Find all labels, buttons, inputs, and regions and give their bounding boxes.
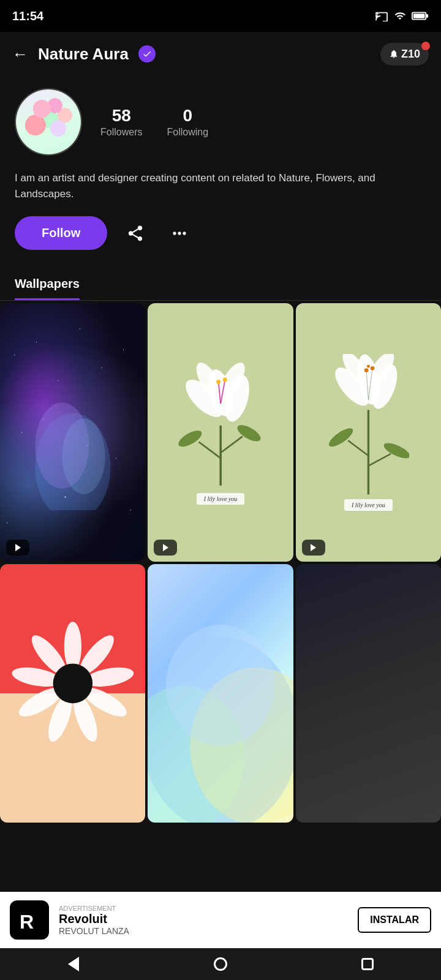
abstract-wallpaper [148,564,293,823]
tab-wallpapers[interactable]: Wallpapers [15,277,80,300]
lily-flower-1 [177,360,264,491]
ad-info: ADVERTISEMENT Revoluit REVOLUT LANZA [59,905,348,936]
svg-line-21 [348,440,368,456]
revoluit-logo-icon: R [16,907,43,933]
cast-icon [375,10,388,21]
nav-recents-button[interactable] [355,952,380,976]
status-bar: 11:54 [0,0,441,32]
lily-caption-2: I lily love you [344,499,393,511]
notification-count: Z10 [401,48,420,61]
action-row: Follow [15,216,426,250]
dark-wallpaper [296,564,441,823]
daisy-wallpaper [0,564,145,823]
play-icon-2 [163,544,168,551]
wifi-icon [393,10,407,21]
verified-badge [138,45,156,62]
svg-rect-2 [413,13,425,18]
follow-button[interactable]: Follow [15,216,107,250]
nav-home-icon [214,957,227,971]
svg-point-33 [371,366,375,371]
grid-item-abstract[interactable] [148,564,293,823]
lily-content-1: I lily love you [162,360,279,505]
z-icon [389,48,399,59]
svg-line-8 [221,436,243,453]
nebula-shape [15,381,131,510]
grid-item-dark[interactable] [296,564,441,823]
notification-dot [421,42,430,50]
daisy-flower [11,622,135,745]
svg-line-7 [198,442,221,458]
followers-count: 58 [112,106,131,126]
grid-item-lily2[interactable]: I lily love you [296,303,441,562]
status-icons [375,10,429,21]
ad-name: Revoluit [59,912,348,926]
share-button[interactable] [119,217,151,249]
svg-line-22 [368,454,391,466]
notification-badge[interactable]: Z10 [380,43,429,66]
svg-text:R: R [20,911,34,933]
svg-point-24 [382,440,409,462]
page-title: Nature Aura [38,45,129,64]
following-label: Following [167,127,208,138]
nav-back-icon [68,957,79,971]
youtube-badge-1 [6,540,29,556]
svg-point-5 [62,418,105,494]
avatar-image [16,89,81,154]
ad-banner: R ADVERTISEMENT Revoluit REVOLUT LANZA I… [0,892,441,948]
nav-recents-icon [361,958,374,970]
lily-flower-2 [328,354,409,497]
ad-label: ADVERTISEMENT [59,905,348,912]
wallpapers-grid: I lily love you [0,301,441,825]
stats-container: 58 Followers 0 Following [100,106,208,138]
abstract-shapes [148,564,293,823]
status-time: 11:54 [12,9,43,23]
grid-item-lily1[interactable]: I lily love you [148,303,293,562]
nav-bar [0,948,441,980]
youtube-badge-2 [154,540,177,556]
followers-label: Followers [100,127,142,138]
header-left: ← Nature Aura [12,45,156,64]
tabs-section: Wallpapers [0,277,441,301]
battery-icon [412,11,429,21]
svg-point-34 [367,365,370,368]
profile-info-row: 58 Followers 0 Following [15,88,426,156]
profile-section: 58 Followers 0 Following I am an artist … [0,76,441,277]
svg-point-44 [53,663,92,703]
more-options-icon [170,224,189,243]
svg-point-35 [64,622,81,671]
ad-sub: REVOLUT LANZA [59,926,348,936]
lily-caption-1: I lily love you [197,493,245,505]
ad-logo: R [10,900,49,940]
grid-item-daisy[interactable] [0,564,145,823]
nav-back-button[interactable] [61,952,86,976]
youtube-badge-3 [302,540,325,556]
share-icon [126,224,145,243]
svg-point-23 [328,425,355,450]
lily-content-2: I lily love you [310,354,426,511]
header: ← Nature Aura Z10 [0,32,441,76]
avatar [15,88,82,156]
followers-stat: 58 Followers [100,106,142,138]
lily-wallpaper-2: I lily love you [296,303,441,562]
galaxy-wallpaper [0,303,145,562]
play-icon [15,544,21,551]
svg-point-19 [223,377,227,382]
install-button[interactable]: INSTALAR [358,907,431,933]
back-button[interactable]: ← [12,45,28,64]
lily-wallpaper-1: I lily love you [148,303,293,562]
nav-home-button[interactable] [208,952,233,976]
svg-point-9 [177,427,204,450]
bio-text: I am an artist and designer creating con… [15,170,426,202]
svg-point-18 [216,380,221,384]
following-count: 0 [183,106,192,126]
svg-point-48 [166,625,275,746]
svg-rect-1 [426,14,428,18]
play-icon-3 [311,544,316,551]
grid-item-galaxy[interactable] [0,303,145,562]
following-stat: 0 Following [167,106,208,138]
svg-point-10 [235,422,263,445]
more-button[interactable] [164,217,195,249]
svg-point-32 [364,368,369,372]
